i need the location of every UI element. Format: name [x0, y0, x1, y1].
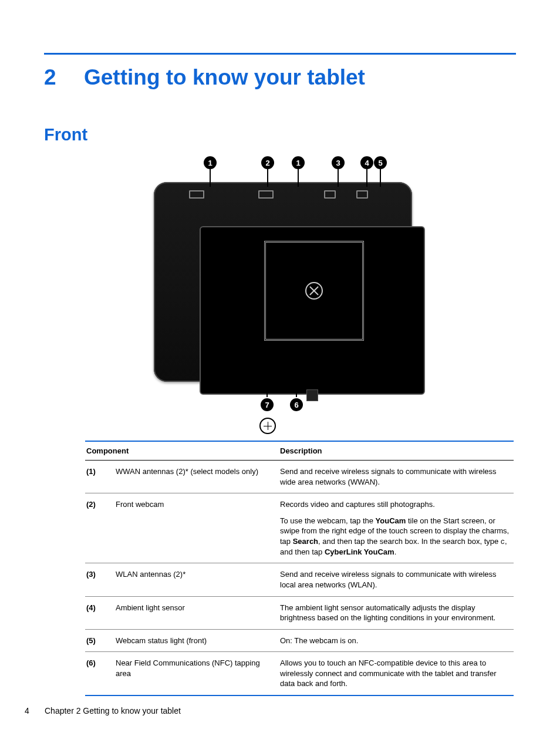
row-description: Allows you to touch an NFC-compatible de…: [279, 652, 514, 695]
row-num: (1): [85, 461, 114, 493]
callout-6: 6: [290, 398, 303, 411]
callout-1: 1: [204, 156, 217, 169]
callout-3: 3: [332, 156, 345, 169]
top-rule: [44, 53, 516, 55]
row-component: WLAN antennas (2)*: [114, 563, 279, 596]
row-component: Near Field Communications (NFC) tapping …: [114, 652, 279, 695]
page-number: 4: [25, 706, 45, 715]
tablet-body: [154, 182, 412, 382]
row-component: WWAN antennas (2)* (select models only): [114, 461, 279, 493]
row-num: (6): [85, 652, 114, 695]
chapter-title: 2Getting to know your tablet: [44, 65, 516, 90]
header-description: Description: [279, 441, 514, 461]
table-row: (6)Near Field Communications (NFC) tappi…: [85, 652, 514, 695]
page-footer: 4Chapter 2 Getting to know your tablet: [25, 706, 181, 715]
callout-5: 5: [374, 156, 387, 169]
callout-1b: 1: [292, 156, 305, 169]
diagram-wrap: 1 2 1 3 4 5: [44, 153, 516, 435]
row-num: (4): [85, 596, 114, 629]
table-row: (4)Ambient light sensorThe ambient light…: [85, 596, 514, 629]
callout-7: 7: [261, 398, 274, 411]
table-row: (2)Front webcamRecords video and capture…: [85, 493, 514, 563]
component-table: Component Description (1)WWAN antennas (…: [85, 441, 514, 696]
table-row: (5)Webcam status light (front)On: The we…: [85, 629, 514, 652]
table-row: (1)WWAN antennas (2)* (select models onl…: [85, 461, 514, 493]
row-num: (3): [85, 563, 114, 596]
row-description: On: The webcam is on.: [279, 629, 514, 652]
callout-2: 2: [261, 156, 274, 169]
chapter-title-text: Getting to know your tablet: [84, 65, 365, 89]
row-num: (2): [85, 493, 114, 563]
table-row: (3)WLAN antennas (2)*Send and receive wi…: [85, 563, 514, 596]
row-description: The ambient light sensor automatically a…: [279, 596, 514, 629]
row-num: (5): [85, 629, 114, 652]
header-component: Component: [85, 441, 279, 461]
row-description: Send and receive wireless signals to com…: [279, 563, 514, 596]
row-component: Webcam status light (front): [114, 629, 279, 652]
tablet-front-diagram: 1 2 1 3 4 5: [127, 153, 433, 435]
nfc-center-icon: [305, 282, 323, 300]
section-title: Front: [44, 125, 516, 145]
globe-icon: [259, 418, 276, 434]
nfc-tap-area: [264, 241, 364, 341]
footer-text: Chapter 2 Getting to know your tablet: [45, 706, 181, 715]
callout-4: 4: [360, 156, 373, 169]
chapter-number: 2: [44, 65, 84, 90]
row-component: Ambient light sensor: [114, 596, 279, 629]
row-description: Send and receive wireless signals to com…: [279, 461, 514, 493]
windows-button: [306, 389, 318, 401]
row-component: Front webcam: [114, 493, 279, 563]
row-description: Records video and captures still photogr…: [279, 493, 514, 563]
